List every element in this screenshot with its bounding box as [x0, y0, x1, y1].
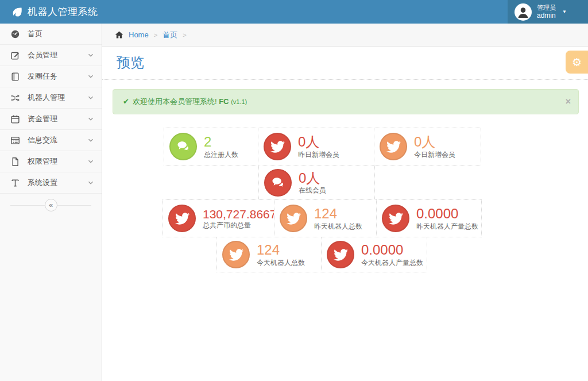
stats-row: 130,727.8667 总共产币的总量 124 昨天机器人总数 — [163, 199, 588, 237]
stat-label: 今日新增会员 — [414, 151, 455, 159]
welcome-alert: ✔欢迎使用本会员管理系统! FC (v1.1) × — [113, 89, 579, 114]
edit-icon — [10, 51, 20, 60]
stat-card-today-robot-output: 0.0000 今天机器人产量总数 — [321, 237, 427, 272]
stat-value: 2 — [204, 134, 238, 149]
sidebar-item-label: 会员管理 — [28, 50, 87, 60]
stat-label: 昨日新增会员 — [298, 151, 339, 159]
chevron-down-icon — [87, 94, 95, 102]
stat-label: 昨天机器人总数 — [314, 223, 362, 230]
breadcrumb-home[interactable]: Home — [129, 30, 149, 39]
stat-label: 总注册人数 — [204, 151, 238, 159]
page-title: 预览 — [117, 53, 574, 72]
twitter-icon — [280, 205, 307, 232]
gear-icon[interactable]: ⚙ — [566, 51, 588, 74]
top-bar: 机器人管理系统 管理员 admin ▼ — [0, 0, 588, 24]
sidebar-item-settings[interactable]: 系统设置 — [0, 172, 102, 194]
stats-row: 0人 在线会员 — [258, 165, 588, 200]
check-icon: ✔ — [123, 97, 129, 106]
twitter-icon — [382, 205, 409, 232]
stats-row: 124 今天机器人总数 0.0000 今天机器人产量总数 — [216, 237, 588, 272]
stat-value: 0.0000 — [361, 243, 423, 257]
sidebar: 首页 会员管理 发圈任务 — [0, 24, 102, 381]
stat-value: 0人 — [299, 171, 326, 186]
alert-version: (v1.1) — [231, 98, 247, 105]
close-icon[interactable]: × — [566, 97, 571, 106]
sidebar-collapse-row: « — [0, 196, 102, 214]
breadcrumb: Home > 首页 > — [102, 24, 588, 47]
main-content: Home > 首页 > 预览 ⚙ ✔欢迎使用本会员管理系统! FC (v1.1)… — [102, 24, 588, 381]
list-icon — [10, 136, 20, 145]
chevron-down-icon — [87, 179, 95, 187]
chevron-down-icon — [87, 157, 95, 166]
page-header: 预览 — [102, 47, 588, 80]
twitter-icon — [380, 133, 407, 160]
app-title: 机器人管理系统 — [28, 5, 98, 18]
sidebar-item-tasks[interactable]: 发圈任务 — [0, 66, 102, 87]
stat-value: 0人 — [298, 134, 339, 149]
user-role: 管理员 — [537, 4, 556, 11]
stat-value: 124 — [257, 243, 305, 257]
stat-value: 130,727.8667 — [203, 207, 274, 221]
user-menu[interactable]: 管理员 admin ▼ — [508, 0, 588, 24]
stat-card-yesterday-robots: 124 昨天机器人总数 — [274, 199, 377, 237]
app-window: 机器人管理系统 管理员 admin ▼ 首页 — [0, 0, 588, 381]
stat-label: 总共产币的总量 — [203, 222, 274, 229]
sidebar-item-label: 发圈任务 — [28, 71, 87, 82]
leaf-icon — [11, 6, 23, 18]
stat-label: 今天机器人产量总数 — [361, 259, 423, 267]
twitter-icon — [168, 205, 196, 232]
stat-value: 0.0000 — [416, 206, 478, 221]
stat-value: 124 — [314, 206, 362, 221]
stat-card-today-robots: 124 今天机器人总数 — [216, 237, 322, 272]
chevron-down-icon — [87, 51, 95, 59]
app-logo: 机器人管理系统 — [0, 0, 106, 24]
book-icon — [10, 72, 20, 82]
comments-icon — [169, 133, 197, 160]
stat-value: 0人 — [414, 134, 455, 149]
caret-down-icon: ▼ — [562, 9, 567, 14]
stat-card-total-coins: 130,727.8667 总共产币的总量 — [163, 199, 274, 237]
sidebar-item-home[interactable]: 首页 — [0, 24, 102, 45]
stat-label: 在线会员 — [299, 187, 326, 194]
dashboard-icon — [10, 29, 20, 39]
shuffle-icon — [10, 93, 20, 103]
user-name: admin — [537, 11, 556, 20]
sidebar-item-permissions[interactable]: 权限管理 — [0, 151, 102, 172]
stat-card-total-registered: 2 总注册人数 — [164, 128, 258, 166]
alert-message: 欢迎使用本会员管理系统! — [133, 97, 217, 106]
home-icon — [115, 30, 123, 39]
text-icon — [10, 178, 20, 188]
collapse-icon[interactable]: « — [45, 199, 57, 211]
stat-label: 昨天机器人产量总数 — [416, 223, 478, 230]
sidebar-item-label: 权限管理 — [28, 156, 87, 167]
twitter-icon — [264, 133, 291, 160]
sidebar-item-label: 信息交流 — [28, 135, 87, 145]
breadcrumb-current[interactable]: 首页 — [163, 30, 177, 40]
stat-card-yesterday-robot-output: 0.0000 昨天机器人产量总数 — [376, 199, 482, 237]
alert-brand: FC — [219, 97, 229, 106]
sidebar-item-funds[interactable]: 资金管理 — [0, 109, 102, 130]
sidebar-item-label: 首页 — [28, 29, 95, 39]
chevron-down-icon — [87, 136, 95, 144]
stat-label: 今天机器人总数 — [257, 259, 305, 267]
stat-card-yesterday-new-members: 0人 昨日新增会员 — [258, 128, 374, 166]
stat-card-today-new-members: 0人 今日新增会员 — [374, 128, 481, 166]
sidebar-item-label: 资金管理 — [28, 114, 87, 124]
chevron-down-icon — [87, 115, 95, 123]
breadcrumb-separator: > — [183, 32, 186, 39]
user-info: 管理员 admin — [537, 4, 556, 20]
comments-icon — [264, 169, 292, 197]
sidebar-item-members[interactable]: 会员管理 — [0, 45, 102, 66]
stat-card-online-members: 0人 在线会员 — [258, 165, 375, 200]
sidebar-item-label: 机器人管理 — [28, 93, 87, 103]
twitter-icon — [327, 241, 354, 268]
file-icon — [10, 157, 20, 167]
avatar — [514, 3, 532, 21]
breadcrumb-separator: > — [154, 32, 157, 39]
stats-grid: 2 总注册人数 0人 昨日新增会员 — [102, 128, 588, 272]
stats-row: 2 总注册人数 0人 昨日新增会员 — [164, 128, 588, 166]
chevron-down-icon — [87, 72, 95, 80]
sidebar-item-messages[interactable]: 信息交流 — [0, 130, 102, 151]
calendar-icon — [10, 114, 20, 124]
sidebar-item-robots[interactable]: 机器人管理 — [0, 87, 102, 109]
